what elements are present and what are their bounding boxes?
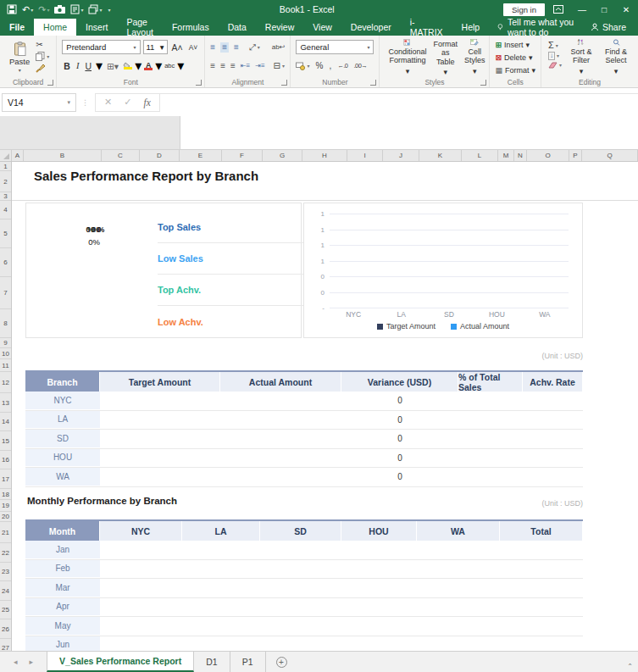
summary-cell-branch[interactable]: WA: [25, 468, 100, 486]
camera-icon[interactable]: [54, 5, 65, 14]
copy-button[interactable]: ▾: [36, 52, 49, 61]
delete-cells-button[interactable]: ⊠ Delete▾: [495, 53, 535, 64]
decrease-indent-icon[interactable]: ⇤≡: [241, 63, 250, 69]
enter-icon[interactable]: ✓: [124, 97, 131, 108]
row-header-24[interactable]: 24: [0, 581, 11, 601]
monthly-cell-la[interactable]: [182, 636, 260, 652]
paste-button[interactable]: Paste▾: [5, 39, 34, 75]
monthly-cell-la[interactable]: [182, 560, 260, 579]
monthly-cell-nyc[interactable]: [100, 617, 182, 636]
monthly-cell-total[interactable]: [500, 579, 583, 597]
align-left-icon[interactable]: ≡: [210, 62, 215, 70]
row-header-16[interactable]: 16: [0, 451, 11, 469]
summary-cell-variance[interactable]: 0: [341, 392, 458, 410]
sheet-canvas[interactable]: Sales Performance Report by Branch 0%0%0…: [12, 162, 638, 651]
underline-dropdown[interactable]: ▾: [96, 58, 103, 74]
column-header-P[interactable]: P: [569, 150, 582, 161]
ribbon-tab-insert[interactable]: Insert: [76, 19, 117, 36]
row-header-20[interactable]: 20: [0, 512, 11, 522]
monthly-cell-nyc[interactable]: [100, 579, 182, 597]
formula-bar-splitter[interactable]: ⋮: [76, 98, 95, 107]
summary-cell-variance[interactable]: 0: [341, 468, 458, 486]
undo-button[interactable]: ↶▾: [22, 4, 33, 15]
summary-cell-pct_total[interactable]: [458, 449, 523, 468]
monthly-row-jun[interactable]: Jun: [25, 636, 583, 652]
center-icon[interactable]: ≡: [220, 62, 225, 70]
monthly-cell-hou[interactable]: [341, 560, 417, 579]
ribbon-tab-file[interactable]: File: [0, 19, 34, 36]
monthly-row-feb[interactable]: Feb: [25, 560, 583, 580]
column-header-O[interactable]: O: [527, 150, 569, 161]
monthly-row-apr[interactable]: Apr: [25, 598, 583, 618]
summary-cell-target[interactable]: [100, 411, 220, 430]
ribbon-tab-help[interactable]: Help: [452, 19, 490, 36]
increase-font-size-button[interactable]: A˄: [170, 42, 185, 53]
ribbon-tab-review[interactable]: Review: [256, 19, 303, 36]
monthly-cell-hou[interactable]: [341, 636, 417, 652]
merge-center-button[interactable]: ⊟▾: [274, 62, 285, 70]
row-header-4[interactable]: 4: [0, 201, 11, 219]
column-header-F[interactable]: F: [222, 150, 263, 161]
summary-cell-actual[interactable]: [220, 392, 341, 410]
summary-cell-achv_rate[interactable]: [523, 468, 583, 486]
monthly-cell-la[interactable]: [182, 579, 260, 597]
phonetic-guide-dropdown[interactable]: ▾: [177, 58, 184, 74]
font-size-combobox[interactable]: 11▾: [143, 40, 168, 54]
decrease-decimal-button[interactable]: .00→: [353, 62, 367, 69]
monthly-cell-wa[interactable]: [417, 560, 500, 579]
summary-cell-branch[interactable]: NYC: [25, 392, 100, 410]
monthly-cell-sd[interactable]: [260, 636, 341, 652]
column-header-N[interactable]: N: [514, 150, 527, 161]
borders-button[interactable]: ⊞▾: [105, 61, 120, 71]
insert-function-icon[interactable]: fx: [143, 97, 150, 108]
tell-me-box[interactable]: Tell me what you want to do: [489, 19, 591, 36]
monthly-row-mar[interactable]: Mar: [25, 579, 583, 598]
close-button[interactable]: ✕: [619, 5, 633, 14]
ribbon-tab-home[interactable]: Home: [34, 19, 76, 36]
monthly-cell-total[interactable]: [500, 541, 583, 559]
ribbon-tab-view[interactable]: View: [303, 19, 341, 36]
comma-style-button[interactable]: ,: [329, 62, 331, 70]
summary-cell-actual[interactable]: [220, 411, 341, 430]
monthly-cell-month[interactable]: Jan: [25, 541, 100, 559]
column-header-H[interactable]: H: [302, 150, 347, 161]
monthly-cell-sd[interactable]: [260, 579, 341, 597]
font-name-combobox[interactable]: Pretendard▾: [62, 40, 140, 54]
column-header-I[interactable]: I: [347, 150, 383, 161]
paste-special-icon[interactable]: ▾: [70, 4, 83, 14]
summary-cell-actual[interactable]: [220, 430, 341, 448]
new-sheet-button[interactable]: +: [266, 652, 297, 672]
orientation-button[interactable]: ⤢▾: [249, 43, 260, 52]
monthly-cell-hou[interactable]: [341, 598, 417, 617]
summary-row-nyc[interactable]: NYC0: [25, 392, 583, 411]
column-header-K[interactable]: K: [419, 150, 462, 161]
monthly-cell-sd[interactable]: [260, 598, 341, 617]
monthly-cell-month[interactable]: Apr: [25, 598, 100, 617]
monthly-cell-sd[interactable]: [260, 560, 341, 579]
percent-style-button[interactable]: %: [315, 62, 323, 70]
increase-decimal-button[interactable]: ←.0: [337, 62, 347, 69]
sheet-tab-v-sales-performance-report[interactable]: V_Sales Performance Report: [47, 652, 194, 672]
summary-cell-target[interactable]: [100, 449, 220, 468]
bottom-align-icon[interactable]: ≡: [234, 43, 239, 52]
monthly-cell-total[interactable]: [500, 636, 583, 652]
summary-cell-achv_rate[interactable]: [523, 392, 583, 410]
underline-button[interactable]: U: [83, 61, 93, 71]
maximize-button[interactable]: □: [597, 5, 611, 14]
row-header-17[interactable]: 17: [0, 469, 11, 489]
monthly-cell-la[interactable]: [182, 541, 260, 559]
column-header-J[interactable]: J: [383, 150, 419, 161]
cancel-icon[interactable]: ✕: [104, 97, 112, 108]
monthly-cell-month[interactable]: Feb: [25, 560, 100, 579]
monthly-cell-month[interactable]: Jun: [25, 636, 100, 652]
column-header-Q[interactable]: Q: [582, 150, 638, 161]
monthly-cell-hou[interactable]: [341, 541, 417, 559]
summary-cell-target[interactable]: [100, 468, 220, 486]
row-header-2[interactable]: 2: [0, 171, 11, 192]
monthly-cell-nyc[interactable]: [100, 636, 182, 652]
middle-align-icon[interactable]: ≡: [220, 42, 229, 53]
monthly-cell-nyc[interactable]: [100, 541, 182, 559]
minimize-button[interactable]: —: [575, 5, 589, 14]
column-header-C[interactable]: C: [102, 150, 140, 161]
monthly-row-may[interactable]: May: [25, 617, 583, 636]
